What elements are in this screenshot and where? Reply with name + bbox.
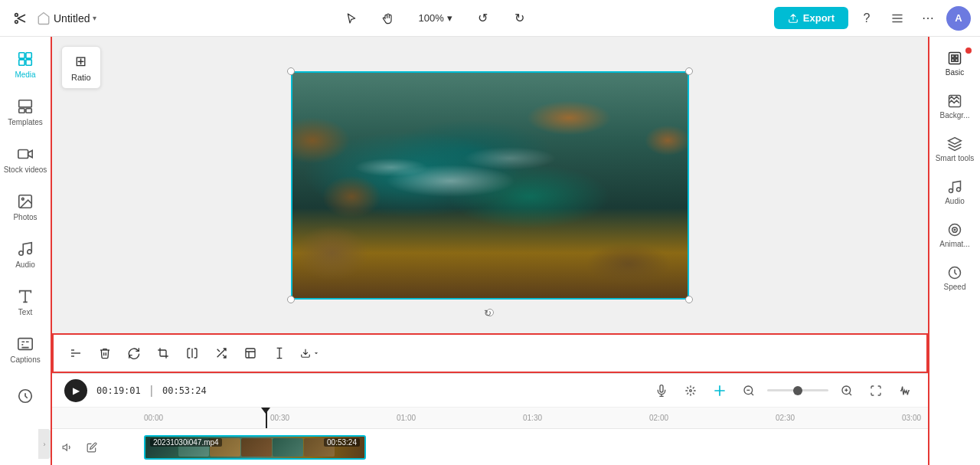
toolbar [52,333,928,373]
handle-rotate[interactable] [486,309,494,316]
svg-rect-35 [956,58,958,61]
download-dropdown-button[interactable] [296,340,325,366]
ruler-tick-2: 01:00 [397,414,416,422]
flip-button[interactable] [179,340,205,366]
ratio-label: Ratio [71,73,91,82]
right-sidebar-animate-label: Animat... [939,240,969,249]
svg-rect-0 [892,14,903,15]
playback-bar: ▶ 00:19:01 | 00:53:24 [52,374,928,408]
handle-bottom-right[interactable] [685,296,693,303]
svg-rect-3 [19,53,24,58]
avatar-button[interactable]: A [946,6,971,31]
video-canvas-wrapper [291,71,689,300]
waveform-button[interactable] [894,380,916,401]
sidebar-item-photos[interactable]: Photos [2,185,48,230]
svg-rect-32 [952,54,954,57]
zoom-in-button[interactable] [836,380,858,401]
right-sidebar-item-animate[interactable]: Animat... [932,214,978,256]
remove-bg-button[interactable] [237,340,263,366]
more-options-button[interactable]: ⋯ [916,6,940,31]
svg-rect-31 [949,52,961,64]
sidebar-collapse-button[interactable]: › [38,429,51,459]
playhead[interactable] [266,408,267,428]
right-sidebar-item-speed[interactable]: Speed [932,257,978,299]
effects-button[interactable] [680,380,701,401]
svg-rect-4 [26,53,31,58]
timeline-zoom-slider[interactable] [767,389,828,391]
video-clip[interactable]: 20231030i047.mp4 00:53:24 [144,435,366,460]
ruler-tick-5: 02:30 [776,414,795,422]
track-volume-button[interactable] [58,438,77,457]
handle-top-right[interactable] [685,67,693,75]
mic-button[interactable] [651,380,672,401]
timeline-ruler: 00:00 00:30 01:00 01:30 02:00 02:30 03:0… [52,408,928,429]
svg-rect-1 [892,18,903,19]
ruler-tick-6: 03:00 [902,414,921,422]
topbar-center: 100% ▾ ↺ ↻ [103,6,767,31]
zoom-selector[interactable]: 100% ▾ [413,9,459,27]
total-time: 00:53:24 [162,385,207,396]
playhead-triangle [261,408,270,414]
ruler-tick-1: 00:30 [270,414,289,422]
sidebar-audio-label: Audio [15,260,35,270]
clip-thumb-4 [241,438,272,457]
hand-tool-button[interactable] [376,6,400,31]
clip-thumb-5 [273,438,303,457]
right-sidebar-item-smart-tools[interactable]: Smart tools [932,129,978,170]
svg-rect-10 [18,150,28,159]
play-button[interactable]: ▶ [64,379,87,402]
svg-line-24 [751,393,753,395]
video-preview [292,73,688,298]
canvas-area: ⊞ Ratio [52,37,928,333]
ratio-button[interactable]: ⊞ Ratio [61,46,101,89]
menu-button[interactable] [885,6,910,31]
title-chevron-icon: ▾ [93,14,96,22]
undo-button[interactable]: ↺ [471,6,495,31]
document-title[interactable]: Untitled ▾ [37,11,96,25]
svg-rect-8 [19,109,24,113]
export-button[interactable]: Export [774,7,848,29]
zoom-out-button[interactable] [738,380,760,401]
trim-button[interactable] [266,340,292,366]
sidebar-item-text[interactable]: Text [2,280,48,325]
svg-point-12 [21,198,24,201]
sidebar-text-label: Text [18,308,32,317]
track-edit-button[interactable] [83,438,101,457]
help-button[interactable]: ? [854,6,879,31]
main-layout: Media Templates Stock videos Photos Audi… [0,37,980,465]
svg-point-13 [19,251,24,256]
handle-top-left[interactable] [287,67,295,75]
fullscreen-button[interactable] [865,380,887,401]
svg-point-38 [957,187,961,191]
right-sidebar-item-basic[interactable]: Basic [932,43,978,84]
sidebar-item-stock-videos[interactable]: Stock videos [2,138,48,182]
text-align-button[interactable] [63,340,89,366]
sidebar-item-captions[interactable]: Captions [2,328,48,372]
sidebar-item-audio[interactable]: Audio [2,233,48,277]
timeline-scroll-area: 00:00 00:30 01:00 01:30 02:00 02:30 03:0… [52,408,928,465]
topbar-right: Export ? ⋯ A [774,6,971,31]
right-sidebar-smart-tools-label: Smart tools [936,154,975,163]
right-sidebar-background-label: Backgr... [940,111,970,120]
cursor-tool-button[interactable] [339,6,364,31]
snap-button[interactable] [709,380,730,401]
handle-bottom-left[interactable] [287,296,295,303]
svg-rect-6 [26,60,31,65]
clip-filename: 20231030i047.mp4 [150,438,222,447]
redo-button[interactable]: ↻ [508,6,532,31]
delete-button[interactable] [92,340,118,366]
sidebar-item-effects[interactable] [2,375,48,420]
sidebar-media-label: Media [15,70,35,80]
right-sidebar-item-background[interactable]: Backgr... [932,86,978,127]
current-time: 00:19:01 [96,385,141,396]
sidebar-item-templates[interactable]: Templates [2,90,48,135]
sidebar-photos-label: Photos [13,213,37,222]
svg-rect-33 [956,54,958,57]
rotate-button[interactable] [121,340,147,366]
right-sidebar-item-audio[interactable]: Audio [932,172,978,213]
crop-button[interactable] [150,340,176,366]
timeline-track: 20231030i047.mp4 00:53:24 [52,429,928,465]
svg-rect-9 [26,109,31,113]
split-button[interactable] [208,340,234,366]
sidebar-item-media[interactable]: Media [2,43,48,87]
